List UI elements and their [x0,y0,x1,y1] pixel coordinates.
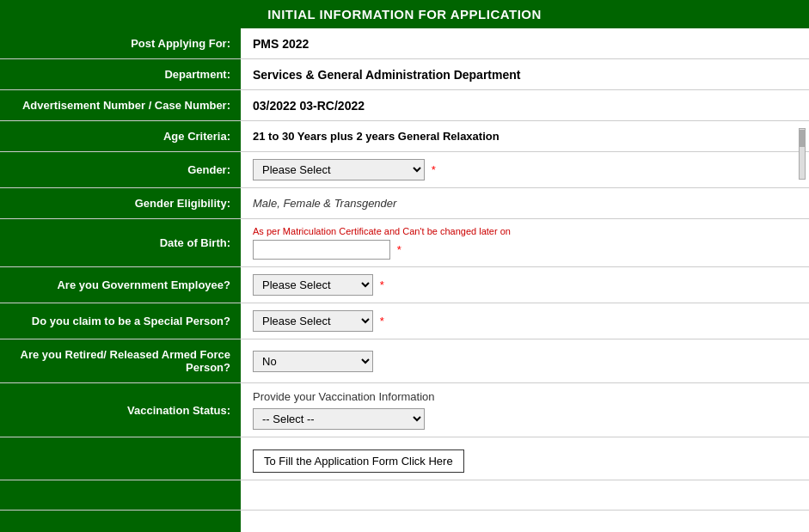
dob-field-cell: As per Matriculation Certificate and Can… [241,219,809,267]
gender-select[interactable]: Please Select Male Female Transgender [253,159,425,180]
govt-employee-row: Are you Government Employee? Please Sele… [0,267,809,303]
dept-label: Department: [0,59,241,90]
vaccination-row: Vaccination Status: Provide your Vaccina… [0,383,809,437]
govt-required: * [380,278,384,291]
retired-field-cell: No Yes [241,339,809,383]
govt-employee-field-cell: Please Select Yes No * [241,267,809,303]
special-person-row: Do you claim to be a Special Person? Ple… [0,303,809,339]
adv-label: Advertisement Number / Case Number: [0,90,241,121]
fill-btn-row: To Fill the Application Form Click Here [0,437,809,480]
vaccination-select[interactable]: -- Select -- Vaccinated Not Vaccinated [253,408,425,430]
special-person-field-cell: Please Select Yes No * [241,303,809,339]
retired-select[interactable]: No Yes [253,351,373,372]
gender-field-cell: Please Select Male Female Transgender * [241,152,809,188]
dept-value: Services & General Administration Depart… [241,59,809,90]
empty-value-2 [241,511,809,533]
dob-hint: As per Matriculation Certificate and Can… [253,226,797,236]
gender-label: Gender: [0,152,241,188]
dob-input[interactable] [253,240,390,260]
post-label: Post Applying For: [0,28,241,59]
vaccination-hint: Provide your Vaccination Information [253,390,797,403]
adv-value: 03/2022 03-RC/2022 [241,90,809,121]
age-text: 21 to 30 Years plus 2 years General Rela… [253,130,499,143]
govt-employee-label: Are you Government Employee? [0,267,241,303]
scrollbar-thumb [800,130,805,147]
age-value: 21 to 30 Years plus 2 years General Rela… [241,121,809,152]
special-person-select[interactable]: Please Select Yes No [253,310,373,332]
age-row: Age Criteria: 21 to 30 Years plus 2 year… [0,121,809,152]
gender-eligibility-label: Gender Eligibility: [0,188,241,219]
special-person-label: Do you claim to be a Special Person? [0,303,241,339]
page-wrapper: INITIAL INFORMATION FOR APPLICATION Post… [0,0,809,532]
dept-row: Department: Services & General Administr… [0,59,809,90]
gender-eligibility-row: Gender Eligibility: Male, Female & Trans… [0,188,809,219]
retired-row: Are you Retired/ Released Armed Force Pe… [0,339,809,383]
empty-label-1 [0,480,241,511]
dob-required: * [397,243,401,256]
gender-eligibility-text: Male, Female & Transgender [253,197,396,210]
scrollbar [799,128,806,180]
gender-row: Gender: Please Select Male Female Transg… [0,152,809,188]
gender-eligibility-value: Male, Female & Transgender [241,188,809,219]
vaccination-label: Vaccination Status: [0,383,241,437]
empty-label-2 [0,511,241,533]
retired-label: Are you Retired/ Released Armed Force Pe… [0,339,241,383]
fill-btn-cell: To Fill the Application Form Click Here [241,437,809,480]
post-value: PMS 2022 [241,28,809,59]
form-table: Post Applying For: PMS 2022 Department: … [0,28,809,532]
dob-label: Date of Birth: [0,219,241,267]
gender-required: * [432,163,436,176]
dob-row: Date of Birth: As per Matriculation Cert… [0,219,809,267]
fill-application-button[interactable]: To Fill the Application Form Click Here [253,449,464,473]
post-row: Post Applying For: PMS 2022 [0,28,809,59]
empty-value-1 [241,480,809,511]
fill-btn-label-cell [0,437,241,480]
adv-row: Advertisement Number / Case Number: 03/2… [0,90,809,121]
empty-row-1 [0,480,809,511]
empty-row-2 [0,511,809,533]
vaccination-field-cell: Provide your Vaccination Information -- … [241,383,809,437]
govt-employee-select[interactable]: Please Select Yes No [253,274,373,296]
special-required: * [380,315,384,327]
page-title: INITIAL INFORMATION FOR APPLICATION [0,0,809,28]
age-label: Age Criteria: [0,121,241,152]
